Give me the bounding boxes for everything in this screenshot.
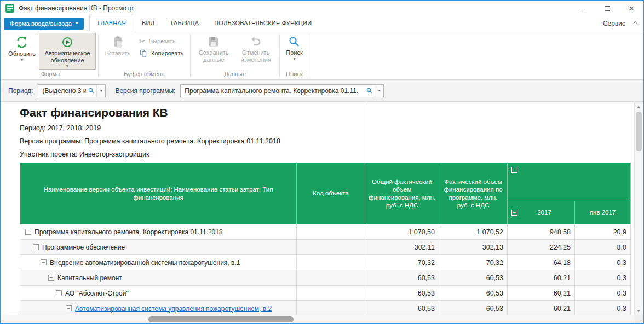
service-menu[interactable]: Сервис xyxy=(603,20,625,27)
group-label-search: Поиск xyxy=(280,70,308,79)
row-name: Капитальный ремонт xyxy=(58,274,122,282)
row-2017-cell[interactable]: 60,21 xyxy=(508,270,575,285)
row-code-cell[interactable] xyxy=(297,301,365,316)
tab-vid[interactable]: ВИД xyxy=(134,16,162,31)
scroll-down-icon[interactable]: ▼ xyxy=(635,307,642,315)
row-name-cell[interactable]: − Программа капитального ремонта. Коррек… xyxy=(20,224,297,239)
table-row[interactable]: − Программное обеспечение 302,11 302,13 … xyxy=(20,240,631,255)
row-name-cell[interactable]: − АО "Абсолют-Строй" xyxy=(20,286,297,300)
row-total-cell[interactable]: 1 070,50 xyxy=(365,224,439,239)
table-row[interactable]: − Автоматизированная система управления … xyxy=(20,301,631,316)
header-jan-2017: янв 2017 xyxy=(575,201,631,224)
dropdown-icon: ▾ xyxy=(21,59,23,62)
report-participant-line: Участник проекта: Инвестор-застройщик xyxy=(20,151,643,159)
undo-changes-button[interactable]: Отменить изменения xyxy=(234,33,277,64)
tab-polzovatelskie-funktsii[interactable]: ПОЛЬЗОВАТЕЛЬСКИЕ ФУНКЦИИ xyxy=(206,16,319,31)
io-form-menu-button[interactable]: Форма ввода/вывода ▾ xyxy=(4,18,84,30)
row-program-cell[interactable]: 60,53 xyxy=(439,286,508,300)
save-data-button[interactable]: Сохранить данные xyxy=(193,33,234,64)
tab-tablitsa[interactable]: ТАБЛИЦА xyxy=(162,16,206,31)
horizontal-scroll-thumb[interactable] xyxy=(148,316,294,322)
tab-glavnaya[interactable]: ГЛАВНАЯ xyxy=(89,16,134,31)
data-table: Наименование версии объекта инвестиций; … xyxy=(20,163,631,316)
row-total-cell[interactable]: 60,53 xyxy=(365,270,439,285)
search-icon xyxy=(288,35,301,48)
refresh-button[interactable]: Обновить ▾ xyxy=(5,33,39,63)
search-button[interactable]: Поиск ▾ xyxy=(282,33,306,62)
cut-icon: ✂ xyxy=(139,37,146,45)
collapse-icon[interactable]: − xyxy=(56,290,62,296)
row-name-cell[interactable]: − Автоматизированная система управления … xyxy=(20,301,297,316)
row-total-cell[interactable]: 70,32 xyxy=(365,255,439,270)
version-combo-dropdown[interactable]: ▾ xyxy=(375,85,383,97)
row-jan2017-cell[interactable]: 0,3 xyxy=(575,286,631,300)
table-row[interactable]: − Внедрение автоматизированной системы п… xyxy=(20,255,631,270)
row-name-cell[interactable]: − Капитальный ремонт xyxy=(20,270,297,285)
version-combo[interactable]: Программа капитального ремонта. Корректи… xyxy=(180,84,384,97)
row-code-cell[interactable] xyxy=(297,286,365,300)
io-form-menu-label: Форма ввода/вывода xyxy=(10,20,72,27)
paste-button[interactable]: Вставить xyxy=(101,33,135,58)
collapse-icon[interactable]: − xyxy=(33,244,39,250)
collapse-icon[interactable]: − xyxy=(66,305,72,311)
minimize-button[interactable]: – xyxy=(571,1,595,16)
period-combo[interactable]: (Выделено 3 и ▾ xyxy=(38,84,106,97)
row-jan2017-cell[interactable]: 0,3 xyxy=(575,255,631,270)
header-program-volume: Фактический объем финансирования по прог… xyxy=(439,163,508,224)
collapse-icon[interactable]: − xyxy=(25,229,31,235)
cut-button[interactable]: ✂ Вырезать xyxy=(135,37,188,45)
row-2017-cell[interactable]: 60,21 xyxy=(508,301,575,316)
row-program-cell[interactable]: 60,53 xyxy=(439,301,508,316)
row-name-cell[interactable]: − Внедрение автоматизированной системы п… xyxy=(20,255,297,270)
row-jan2017-cell[interactable]: 8,0 xyxy=(575,240,631,254)
row-total-cell[interactable]: 60,53 xyxy=(365,301,439,316)
row-name: Программа капитального ремонта. Корректи… xyxy=(34,228,223,236)
cut-label: Вырезать xyxy=(149,38,176,44)
row-total-cell[interactable]: 302,11 xyxy=(365,240,439,254)
row-code-cell[interactable] xyxy=(297,240,365,254)
period-combo-dropdown[interactable]: ▾ xyxy=(96,85,105,97)
ribbon-tabs: ГЛАВНАЯ ВИД ТАБЛИЦА ПОЛЬЗОВАТЕЛЬСКИЕ ФУН… xyxy=(89,16,319,31)
row-total-cell[interactable]: 60,53 xyxy=(365,286,439,300)
collapse-icon[interactable]: − xyxy=(511,167,518,173)
row-program-cell[interactable]: 70,32 xyxy=(439,255,508,270)
table-row[interactable]: − Капитальный ремонт 60,53 60,53 60,21 0… xyxy=(20,270,631,286)
maximize-icon xyxy=(605,6,610,11)
vertical-scrollbar[interactable]: ▲ ▼ xyxy=(634,102,642,315)
table-row[interactable]: − Программа капитального ремонта. Коррек… xyxy=(20,224,631,240)
horizontal-scrollbar[interactable] xyxy=(1,315,643,323)
row-2017-cell[interactable]: 948,58 xyxy=(508,224,575,239)
row-program-cell[interactable]: 1 070,52 xyxy=(439,224,508,239)
dropdown-icon: ▾ xyxy=(293,57,295,61)
row-code-cell[interactable] xyxy=(297,270,365,285)
undo-changes-label: Отменить изменения xyxy=(238,49,273,63)
row-2017-cell[interactable]: 60,21 xyxy=(508,286,575,300)
header-year-2017: − 2017 xyxy=(508,201,575,224)
version-label: Версия программы: xyxy=(115,87,175,95)
row-jan2017-cell[interactable]: 0,3 xyxy=(575,301,631,316)
row-name-link[interactable]: Автоматизированная система управления по… xyxy=(75,305,272,313)
row-jan2017-cell[interactable]: 0,3 xyxy=(575,270,631,285)
maximize-button[interactable] xyxy=(595,1,619,16)
row-2017-cell[interactable]: 64,18 xyxy=(508,255,575,270)
collapse-ribbon-icon[interactable] xyxy=(633,21,638,27)
row-jan2017-cell[interactable]: 20,9 xyxy=(575,224,631,239)
refresh-icon xyxy=(15,35,29,49)
close-button[interactable]: ✕ xyxy=(619,1,643,16)
table-row[interactable]: − АО "Абсолют-Строй" 60,53 60,53 60,21 0… xyxy=(20,286,631,301)
collapse-icon[interactable]: − xyxy=(48,275,54,281)
collapse-icon[interactable]: − xyxy=(511,210,518,216)
vertical-scroll-thumb[interactable] xyxy=(636,112,642,151)
row-name-cell[interactable]: − Программное обеспечение xyxy=(20,240,297,254)
row-program-cell[interactable]: 302,13 xyxy=(439,240,508,254)
auto-refresh-button[interactable]: Автоматическое обновление ▾ xyxy=(39,33,96,70)
collapse-icon[interactable]: − xyxy=(41,259,47,265)
window-title: Факт финансирования КВ - Просмотр xyxy=(19,4,133,12)
app-logo-icon xyxy=(5,3,15,13)
row-program-cell[interactable]: 60,53 xyxy=(439,270,508,285)
scroll-up-icon[interactable]: ▲ xyxy=(635,102,642,111)
copy-button[interactable]: Копировать xyxy=(135,48,188,58)
row-code-cell[interactable] xyxy=(297,255,365,270)
row-code-cell[interactable] xyxy=(297,224,365,239)
row-2017-cell[interactable]: 224,25 xyxy=(508,240,575,254)
